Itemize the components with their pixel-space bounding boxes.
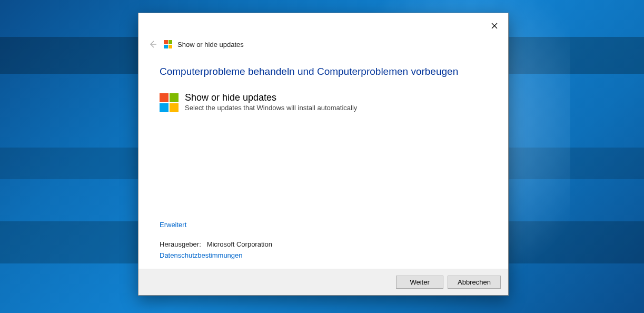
- troubleshooter-dialog: Show or hide updates Computerprobleme be…: [138, 13, 509, 296]
- close-icon: [491, 23, 498, 29]
- publisher-label: Herausgeber:: [160, 240, 201, 248]
- titlebar: [138, 13, 508, 38]
- close-button[interactable]: [484, 18, 505, 34]
- back-button: [147, 38, 158, 50]
- arrow-left-icon: [148, 40, 157, 48]
- privacy-link[interactable]: Datenschutzbestimmungen: [160, 251, 487, 259]
- dialog-footer: Weiter Abbrechen: [138, 269, 508, 295]
- dialog-content: Computerprobleme behandeln und Computerp…: [138, 56, 508, 269]
- publisher-line: Herausgeber: Microsoft Corporation: [160, 240, 487, 248]
- troubleshooter-item: Show or hide updates Select the updates …: [160, 92, 487, 112]
- dialog-header: Show or hide updates: [138, 38, 508, 56]
- next-button[interactable]: Weiter: [396, 276, 443, 289]
- main-heading: Computerprobleme behandeln und Computerp…: [160, 66, 487, 77]
- microsoft-logo-icon: [160, 93, 179, 112]
- troubleshooter-title: Show or hide updates: [185, 92, 357, 103]
- cancel-button[interactable]: Abbrechen: [448, 276, 501, 289]
- publisher-name: Microsoft Corporation: [207, 240, 272, 248]
- dialog-title: Show or hide updates: [177, 41, 244, 48]
- advanced-link[interactable]: Erweitert: [160, 221, 487, 229]
- microsoft-logo-icon: [164, 40, 172, 48]
- troubleshooter-description: Select the updates that Windows will ins…: [185, 104, 357, 112]
